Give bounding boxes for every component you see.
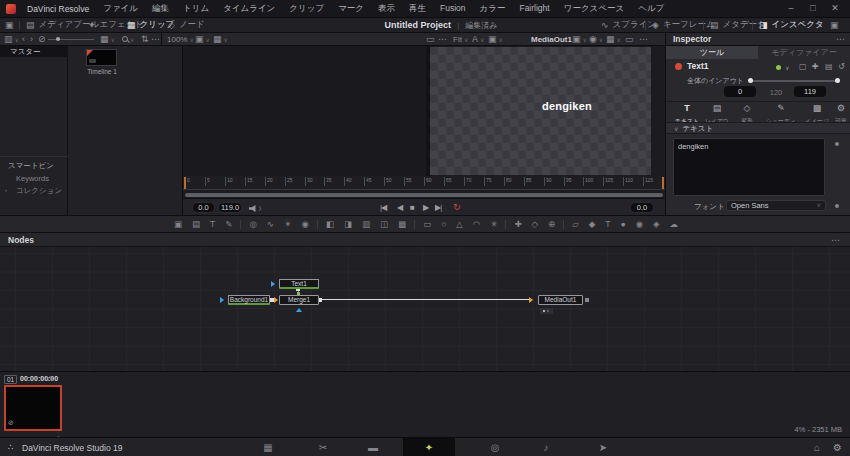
dissolve-icon[interactable]: ◨: [344, 220, 352, 229]
pin-icon[interactable]: ✚: [812, 62, 819, 71]
copy-settings-icon[interactable]: ▤: [825, 62, 833, 71]
right-viewer-guides-icon[interactable]: ▦∨: [606, 33, 621, 45]
left-viewer-zoom-dropdown[interactable]: 100%∨: [167, 33, 194, 45]
play-button[interactable]: ▶: [423, 203, 428, 212]
brightness-contrast-icon[interactable]: ☀: [284, 220, 292, 229]
out-handle[interactable]: [835, 78, 840, 83]
fairlight-page-icon[interactable]: ♪: [536, 442, 556, 453]
right-viewer-channel-icon[interactable]: ▣∨: [488, 33, 503, 45]
collections-chevron-icon[interactable]: ›: [5, 187, 7, 193]
magic-mask-icon[interactable]: ✳: [490, 220, 497, 229]
grid-view-icon[interactable]: ▦∨: [100, 33, 115, 45]
right-viewer-canvas[interactable]: dengiken: [430, 47, 651, 175]
blur-icon[interactable]: ◉: [302, 220, 309, 229]
menu-item[interactable]: カラー: [473, 3, 513, 15]
nodes-more-icon[interactable]: ⋯: [831, 236, 840, 245]
planar-tracker-icon[interactable]: ◇: [532, 220, 539, 229]
tracker-icon[interactable]: ✚: [514, 220, 521, 229]
node-enable-toggle[interactable]: [675, 63, 682, 70]
left-viewer-canvas[interactable]: [183, 46, 426, 176]
media-pool-more-icon[interactable]: ⋯: [151, 33, 160, 45]
menu-item[interactable]: Fairlight: [512, 3, 556, 15]
matte-control-icon[interactable]: ◫: [380, 220, 388, 229]
minimize-button[interactable]: –: [780, 0, 802, 17]
in-value-field[interactable]: 0: [724, 86, 756, 97]
global-in-out-slider[interactable]: [750, 80, 838, 82]
spline-button[interactable]: ∿スプライン: [601, 18, 656, 32]
mediaout-output-square[interactable]: [585, 298, 589, 302]
left-viewer-expand-icon[interactable]: ▭: [426, 33, 435, 45]
menu-item[interactable]: 表示: [371, 3, 402, 15]
viewer-scrollbar[interactable]: [185, 193, 663, 197]
mediaout-view-badge[interactable]: [540, 308, 553, 314]
metadata-button[interactable]: ▤メタデータ: [710, 18, 766, 32]
tab-modifiers[interactable]: モディファイアー: [758, 46, 850, 59]
menu-item[interactable]: クリップ: [282, 3, 331, 15]
thumbnail-size-slider[interactable]: [48, 33, 94, 45]
step-back-button[interactable]: ◀: [397, 203, 402, 212]
reset-icon[interactable]: ↺: [838, 62, 845, 71]
text-section-header[interactable]: ∨テキスト: [666, 122, 850, 134]
menu-item[interactable]: 再生: [402, 3, 433, 15]
cut-page-icon[interactable]: ✂: [313, 442, 333, 453]
node-mediaout1[interactable]: MediaOut1: [538, 295, 583, 305]
home-icon[interactable]: ⌂: [814, 442, 820, 453]
search-icon[interactable]: ∨: [122, 33, 134, 45]
menu-item[interactable]: トリム: [176, 3, 216, 15]
bin-list-toggle-icon[interactable]: ▥∨: [4, 33, 19, 45]
font-dropdown[interactable]: Open Sans∨: [726, 200, 826, 211]
channel-booleans-icon[interactable]: ▥: [362, 220, 370, 229]
workspace-toggle-icon[interactable]: ▣: [830, 18, 839, 32]
menu-item[interactable]: マーク: [331, 3, 371, 15]
camera-tracker-icon[interactable]: ⊕: [548, 220, 555, 229]
merge-to-mediaout-link[interactable]: [321, 299, 532, 300]
sidebar-item-keywords[interactable]: Keywords: [16, 174, 49, 183]
sidebar-item-collections[interactable]: コレクション: [16, 186, 62, 196]
menu-davinci-resolve[interactable]: DaVinci Resolve: [20, 4, 96, 14]
left-viewer-layout-icon[interactable]: ▦∨: [213, 33, 228, 45]
right-viewer-fit-dropdown[interactable]: Fit∨: [453, 33, 468, 45]
right-viewer-gain-gamma-icon[interactable]: A∨: [472, 33, 484, 45]
merge-3d-icon[interactable]: ●: [621, 220, 626, 229]
text-3d-icon[interactable]: T: [605, 220, 610, 229]
fusion-page-icon[interactable]: ✦: [419, 442, 439, 453]
node-color-chevron-icon[interactable]: ∨: [785, 64, 789, 71]
node-text1[interactable]: Text1: [279, 279, 319, 289]
maximize-button[interactable]: □: [802, 0, 824, 17]
shape-3d-icon[interactable]: ◆: [589, 220, 596, 229]
loop-button[interactable]: ↻: [453, 202, 461, 212]
out-value-field[interactable]: 119: [794, 86, 826, 97]
back-icon[interactable]: ‹: [22, 33, 25, 45]
left-viewer-channel-icon[interactable]: ▣∨: [195, 33, 210, 45]
text-plus-icon[interactable]: T: [210, 220, 215, 229]
project-settings-gear-icon[interactable]: ⚙: [833, 442, 842, 453]
renderer-3d-icon[interactable]: ◈: [653, 220, 660, 229]
range-out-marker[interactable]: [662, 177, 664, 189]
inspector-button[interactable]: ◨インスペクタ: [759, 18, 824, 32]
text-input-arrow[interactable]: [271, 281, 275, 287]
viewer-timeline-ruler[interactable]: 0510152025303540455055606570758085909510…: [183, 176, 665, 190]
go-to-end-button[interactable]: ▶|: [435, 203, 441, 212]
tab-tools[interactable]: ツール: [666, 46, 758, 59]
bspline-mask-icon[interactable]: ◠: [473, 220, 480, 229]
nodes-button[interactable]: ◇ノード: [168, 18, 205, 32]
text-param-dot[interactable]: [835, 142, 839, 146]
node-background1[interactable]: Background1: [228, 295, 270, 305]
menu-item[interactable]: 編集: [145, 3, 176, 15]
merge-mask-input-arrow[interactable]: [296, 308, 302, 312]
color-curves-icon[interactable]: ∿: [267, 220, 274, 229]
right-viewer-split-icon[interactable]: ▣∨: [572, 33, 587, 45]
media-page-icon[interactable]: ▦: [258, 442, 278, 453]
node-merge1[interactable]: Merge1: [279, 295, 319, 305]
color-corrector-icon[interactable]: ◎: [249, 220, 256, 229]
menu-item[interactable]: ファイル: [96, 3, 145, 15]
close-button[interactable]: ✕: [824, 0, 846, 17]
audio-mute-icon[interactable]: [249, 205, 258, 212]
inspector-more-icon[interactable]: ⋯: [836, 33, 845, 45]
mediaout-input-arrow[interactable]: [529, 297, 533, 303]
right-viewer-expand-icon[interactable]: ▭: [625, 33, 634, 45]
ellipse-mask-icon[interactable]: ○: [441, 220, 446, 229]
clip-thumbnail[interactable]: ⊘: [4, 385, 62, 431]
deliver-page-icon[interactable]: ➤: [593, 442, 613, 453]
menu-item[interactable]: タイムライン: [216, 3, 282, 15]
